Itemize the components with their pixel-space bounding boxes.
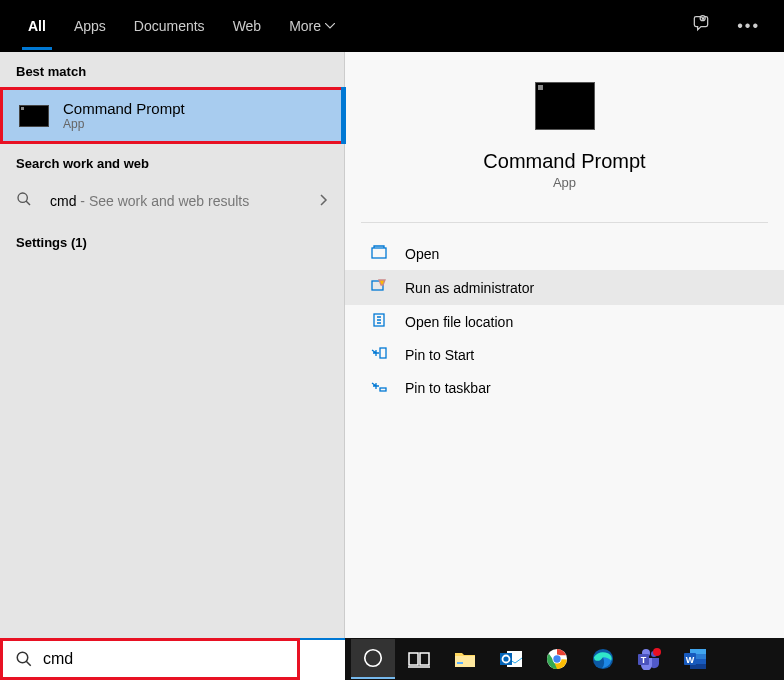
search-box[interactable] — [0, 638, 300, 680]
action-run-admin-label: Run as administrator — [405, 280, 534, 296]
tab-more[interactable]: More — [275, 2, 349, 50]
windows-search-panel: All Apps Documents Web More ••• Best mat… — [0, 0, 784, 680]
taskbar: T W — [345, 638, 784, 680]
svg-rect-14 — [455, 656, 475, 667]
action-run-as-administrator[interactable]: Run as administrator — [345, 270, 784, 305]
tab-web[interactable]: Web — [219, 2, 276, 50]
more-options-icon[interactable]: ••• — [737, 17, 760, 35]
result-subtitle: App — [63, 117, 325, 131]
search-icon — [15, 650, 33, 668]
taskbar-chrome[interactable] — [535, 639, 579, 679]
svg-point-1 — [18, 193, 27, 202]
settings-header[interactable]: Settings (1) — [0, 223, 344, 258]
result-title: Command Prompt — [63, 100, 325, 117]
cmd-icon — [19, 105, 49, 127]
chevron-right-icon — [320, 193, 328, 209]
result-command-prompt[interactable]: Command Prompt App — [0, 87, 344, 144]
search-tabs-bar: All Apps Documents Web More ••• — [0, 0, 784, 52]
pin-start-icon — [371, 346, 389, 363]
svg-rect-11 — [409, 653, 418, 665]
action-pin-to-start[interactable]: Pin to Start — [345, 338, 784, 371]
svg-rect-12 — [420, 653, 429, 665]
taskbar-task-view[interactable] — [397, 639, 441, 679]
feedback-icon[interactable] — [691, 14, 711, 38]
open-icon — [371, 245, 389, 262]
preview-panel: Command Prompt App Open Run as administr… — [345, 52, 784, 680]
action-open-label: Open — [405, 246, 439, 262]
action-open-file-location[interactable]: Open file location — [345, 305, 784, 338]
taskbar-teams[interactable]: T — [627, 639, 671, 679]
selected-indicator — [341, 87, 346, 144]
svg-point-27 — [653, 648, 661, 656]
preview-cmd-icon — [535, 82, 595, 130]
admin-icon — [371, 278, 389, 297]
web-result-text: cmd - See work and web results — [50, 193, 306, 209]
svg-line-9 — [26, 661, 31, 666]
tab-all[interactable]: All — [14, 2, 60, 50]
tab-apps[interactable]: Apps — [60, 2, 120, 50]
preview-title: Command Prompt — [483, 150, 645, 173]
folder-icon — [371, 313, 389, 330]
search-gap — [300, 638, 345, 680]
svg-point-21 — [553, 655, 560, 662]
pin-taskbar-icon — [371, 379, 389, 396]
svg-point-10 — [365, 650, 382, 667]
action-pin-to-taskbar[interactable]: Pin to taskbar — [345, 371, 784, 404]
action-pin-start-label: Pin to Start — [405, 347, 474, 363]
action-open-location-label: Open file location — [405, 314, 513, 330]
search-input[interactable] — [43, 650, 285, 668]
best-match-header: Best match — [0, 52, 344, 87]
bottom-bar: T W — [0, 638, 784, 680]
action-list: Open Run as administrator Open file loca… — [345, 223, 784, 418]
svg-text:W: W — [686, 655, 695, 665]
svg-line-2 — [26, 201, 30, 205]
preview-subtitle: App — [553, 175, 576, 190]
action-pin-taskbar-label: Pin to taskbar — [405, 380, 491, 396]
action-open[interactable]: Open — [345, 237, 784, 270]
tab-documents[interactable]: Documents — [120, 2, 219, 50]
svg-rect-7 — [380, 388, 386, 391]
search-work-web-header: Search work and web — [0, 144, 344, 179]
taskbar-word[interactable]: W — [673, 639, 717, 679]
taskbar-outlook[interactable] — [489, 639, 533, 679]
taskbar-file-explorer[interactable] — [443, 639, 487, 679]
svg-rect-15 — [457, 662, 463, 664]
svg-text:T: T — [641, 655, 647, 665]
taskbar-edge[interactable] — [581, 639, 625, 679]
search-icon — [16, 191, 36, 211]
svg-rect-3 — [372, 248, 386, 258]
svg-point-8 — [17, 652, 28, 663]
chevron-down-icon — [325, 23, 335, 29]
results-left-panel: Best match Command Prompt App Search wor… — [0, 52, 345, 680]
svg-rect-6 — [380, 348, 386, 358]
web-result-cmd[interactable]: cmd - See work and web results — [0, 179, 344, 223]
taskbar-cortana[interactable] — [351, 639, 395, 679]
tab-more-label: More — [289, 18, 321, 34]
